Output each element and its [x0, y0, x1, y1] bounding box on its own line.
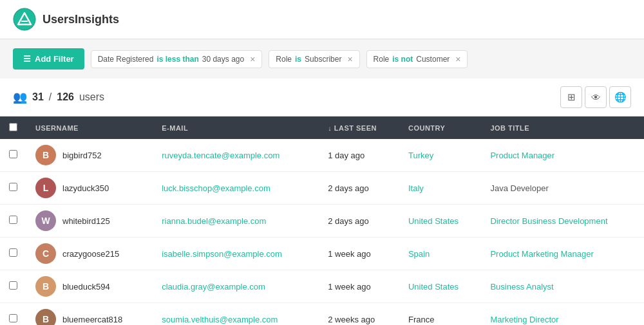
job-title-link[interactable]: Marketing Director	[490, 315, 558, 324]
add-filter-button[interactable]: ☰ Add Filter	[13, 48, 84, 70]
avatar: B	[35, 276, 56, 297]
table-row: Bbluemeercat818soumia.velthuis@example.c…	[0, 303, 644, 326]
row-checkbox[interactable]	[9, 150, 17, 158]
select-all-checkbox[interactable]	[9, 123, 17, 131]
job-title-link[interactable]: Product Marketing Manager	[490, 249, 593, 259]
country-cell[interactable]: Italy	[399, 172, 481, 205]
last-seen-cell: 1 day ago	[319, 139, 399, 172]
stats-total: 126	[57, 91, 74, 103]
country-link[interactable]: Spain	[408, 249, 430, 259]
job-title-cell[interactable]: Marketing Director	[481, 303, 644, 326]
last-seen-cell: 2 weeks ago	[319, 303, 399, 326]
job-title-link[interactable]: Product Manager	[490, 151, 554, 160]
country-link[interactable]: United States	[408, 216, 459, 226]
filter-date-close[interactable]: ×	[250, 55, 255, 64]
col-username: Username	[26, 116, 153, 139]
email-cell[interactable]: rianna.budel@example.com	[153, 205, 319, 237]
table-body: Bbigbird752ruveyda.tencate@example.com1 …	[0, 139, 644, 325]
email-link[interactable]: claudia.gray@example.com	[162, 282, 265, 292]
header: UsersInsights	[0, 0, 644, 39]
email-link[interactable]: soumia.velthuis@example.com	[162, 315, 278, 324]
username[interactable]: whitebird125	[62, 216, 110, 226]
users-table: Username E-Mail ↓ Last Seen Country Job …	[0, 116, 644, 325]
table-header: Username E-Mail ↓ Last Seen Country Job …	[0, 116, 644, 139]
country-cell[interactable]: Turkey	[399, 139, 481, 172]
avatar: W	[35, 210, 56, 231]
table-row: Bbigbird752ruveyda.tencate@example.com1 …	[0, 139, 644, 172]
email-link[interactable]: luck.bisschop@example.com	[162, 183, 270, 193]
row-checkbox[interactable]	[9, 183, 17, 191]
username[interactable]: blueduck594	[62, 282, 110, 292]
filter-role-cust-keyword: is not	[392, 55, 413, 64]
filter-role-cust-prefix: Role	[374, 55, 390, 64]
email-link[interactable]: isabelle.simpson@example.com	[162, 249, 282, 259]
stats-shown: 31	[32, 91, 44, 103]
view-controls: ⊞ 👁 🌐	[560, 86, 631, 108]
stats-text: 👥 31 / 126 users	[13, 90, 104, 104]
country-link[interactable]: United States	[408, 282, 459, 292]
user-cell: Ccrazygoose215	[26, 237, 153, 270]
country-link[interactable]: Italy	[408, 183, 424, 193]
email-link[interactable]: rianna.budel@example.com	[162, 216, 266, 226]
col-job-title: Job Title	[481, 116, 644, 139]
svg-point-0	[14, 8, 35, 30]
email-cell[interactable]: luck.bisschop@example.com	[153, 172, 319, 205]
country-cell: France	[399, 303, 481, 326]
username[interactable]: crazygoose215	[62, 249, 119, 259]
email-cell[interactable]: soumia.velthuis@example.com	[153, 303, 319, 326]
country-cell[interactable]: Spain	[399, 237, 481, 270]
col-email: E-Mail	[153, 116, 319, 139]
logo-icon	[13, 8, 36, 31]
users-icon: 👥	[13, 90, 27, 104]
filter-icon: ☰	[23, 54, 31, 64]
job-title-cell[interactable]: Product Marketing Manager	[481, 237, 644, 270]
row-checkbox[interactable]	[9, 314, 17, 322]
filter-date-keyword: is less than	[156, 55, 198, 64]
filter-role-sub-close[interactable]: ×	[347, 55, 352, 64]
user-cell: Wwhitebird125	[26, 205, 153, 237]
stats-label: users	[79, 91, 104, 103]
table-row: Wwhitebird125rianna.budel@example.com2 d…	[0, 205, 644, 237]
email-cell[interactable]: isabelle.simpson@example.com	[153, 237, 319, 270]
job-title-cell[interactable]: Business Analyst	[481, 270, 644, 303]
username[interactable]: bluemeercat818	[62, 315, 122, 324]
username[interactable]: lazyduck350	[62, 183, 109, 193]
table-row: Ccrazygoose215isabelle.simpson@example.c…	[0, 237, 644, 270]
username[interactable]: bigbird752	[62, 151, 102, 160]
row-checkbox[interactable]	[9, 216, 17, 224]
row-checkbox[interactable]	[9, 248, 17, 257]
job-title-link[interactable]: Business Analyst	[490, 282, 553, 292]
user-cell: Bbluemeercat818	[26, 303, 153, 326]
last-seen-cell: 2 days ago	[319, 172, 399, 205]
stats-separator: /	[49, 91, 52, 103]
user-cell: Bbigbird752	[26, 139, 153, 172]
globe-view-button[interactable]: 🌐	[609, 86, 631, 108]
avatar: B	[35, 309, 56, 325]
eye-view-button[interactable]: 👁	[585, 86, 607, 108]
job-title-link[interactable]: Director Business Development	[490, 216, 607, 226]
app-title: UsersInsights	[43, 13, 119, 26]
job-title-cell[interactable]: Product Manager	[481, 139, 644, 172]
filter-role-sub-suffix: Subscriber	[305, 55, 341, 64]
col-country: Country	[399, 116, 481, 139]
country-cell[interactable]: United States	[399, 270, 481, 303]
row-checkbox[interactable]	[9, 281, 17, 290]
last-seen-cell: 1 week ago	[319, 237, 399, 270]
col-last-seen[interactable]: ↓ Last Seen	[319, 116, 399, 139]
country-link[interactable]: Turkey	[408, 151, 433, 160]
filter-date-suffix: 30 days ago	[202, 55, 244, 64]
filter-role-sub-keyword: is	[295, 55, 301, 64]
table-row: Bblueduck594claudia.gray@example.com1 we…	[0, 270, 644, 303]
avatar: C	[35, 243, 56, 264]
toolbar: ☰ Add Filter Date Registered is less tha…	[0, 39, 644, 79]
grid-view-button[interactable]: ⊞	[560, 86, 582, 108]
job-title-cell: Java Developer	[481, 172, 644, 205]
email-cell[interactable]: ruveyda.tencate@example.com	[153, 139, 319, 172]
filter-role-customer: Role is not Customer ×	[366, 50, 468, 68]
job-title-cell[interactable]: Director Business Development	[481, 205, 644, 237]
filter-role-cust-close[interactable]: ×	[455, 55, 460, 64]
country-cell[interactable]: United States	[399, 205, 481, 237]
email-cell[interactable]: claudia.gray@example.com	[153, 270, 319, 303]
email-link[interactable]: ruveyda.tencate@example.com	[162, 151, 279, 160]
select-all-col	[0, 116, 26, 139]
